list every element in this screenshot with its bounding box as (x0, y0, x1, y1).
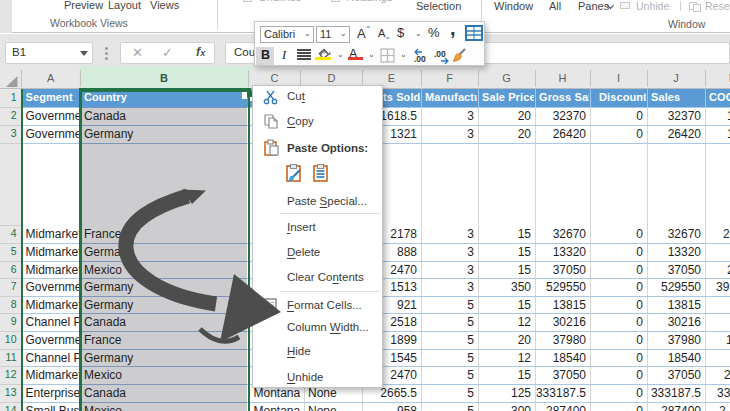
svg-text:.00: .00 (434, 49, 446, 59)
svg-text:.00: .00 (414, 54, 426, 64)
